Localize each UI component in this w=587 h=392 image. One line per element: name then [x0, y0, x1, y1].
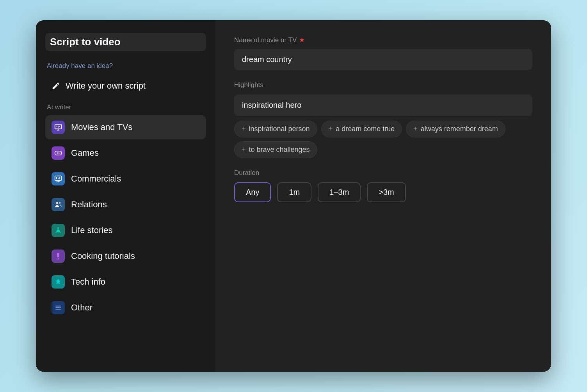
movies-tvs-label: Movies and TVs — [71, 122, 132, 132]
tech-info-icon — [52, 275, 65, 289]
write-own-script-item[interactable]: Write your own script — [45, 76, 206, 96]
nav-item-movies-tvs[interactable]: Movies and TVs — [45, 115, 206, 139]
chip-text-2: a dream come true — [336, 125, 395, 133]
highlight-chip-2[interactable]: + a dream come true — [321, 121, 402, 137]
other-icon — [52, 301, 65, 314]
movies-tvs-icon — [52, 121, 65, 134]
duration-3m-plus-button[interactable]: >3m — [367, 182, 406, 202]
main-content: Name of movie or TV ★ Highlights + inspi… — [215, 20, 551, 372]
chip-text-4: to brave challenges — [249, 146, 310, 154]
nav-item-games[interactable]: Games — [45, 141, 206, 165]
nav-item-life-stories[interactable]: Life stories — [45, 218, 206, 242]
svg-line-20 — [60, 232, 60, 233]
commercials-label: Commercials — [71, 174, 121, 184]
chip-plus-icon-3: + — [413, 125, 418, 133]
nav-item-tech-info[interactable]: Tech info — [45, 270, 206, 294]
write-own-label: Write your own script — [66, 81, 146, 91]
nav-item-other[interactable]: Other — [45, 296, 206, 320]
svg-rect-13 — [56, 177, 57, 179]
games-icon — [52, 146, 65, 160]
svg-rect-15 — [59, 177, 60, 179]
relations-label: Relations — [71, 200, 107, 210]
duration-label: Duration — [234, 169, 532, 177]
svg-point-18 — [57, 227, 59, 229]
highlight-chips-container: + inspirational person + a dream come tr… — [234, 121, 532, 158]
life-stories-label: Life stories — [71, 225, 112, 235]
svg-point-16 — [56, 202, 58, 204]
highlights-main-input[interactable] — [234, 94, 532, 116]
svg-rect-14 — [58, 178, 59, 179]
tech-info-label: Tech info — [71, 277, 105, 287]
cooking-label: Cooking tutorials — [71, 251, 135, 261]
ai-writer-label: AI writer — [45, 103, 206, 111]
nav-item-relations[interactable]: Relations — [45, 192, 206, 217]
chip-plus-icon-1: + — [242, 125, 246, 133]
svg-point-9 — [59, 153, 60, 154]
relations-icon — [52, 198, 65, 211]
chip-plus-icon-4: + — [242, 146, 246, 154]
life-stories-icon — [52, 224, 65, 237]
required-star: ★ — [299, 36, 305, 44]
other-label: Other — [71, 303, 92, 313]
sidebar: Script to video Already have an idea? Wr… — [36, 20, 215, 372]
chip-plus-icon-2: + — [329, 125, 333, 133]
nav-item-commercials[interactable]: Commercials — [45, 167, 206, 191]
chip-text-3: always remember dream — [421, 125, 498, 133]
games-label: Games — [71, 148, 99, 158]
chip-text-1: inspirational person — [249, 125, 310, 133]
highlight-chip-1[interactable]: + inspirational person — [234, 121, 317, 137]
sidebar-title: Script to video — [45, 33, 206, 51]
commercials-icon — [52, 172, 65, 185]
svg-point-17 — [59, 202, 60, 204]
movie-name-input[interactable] — [234, 49, 532, 70]
duration-any-button[interactable]: Any — [234, 182, 271, 202]
cooking-icon — [52, 249, 65, 263]
duration-buttons: Any 1m 1–3m >3m — [234, 182, 532, 202]
duration-1m-button[interactable]: 1m — [277, 182, 311, 202]
highlight-chip-3[interactable]: + always remember dream — [406, 121, 505, 137]
svg-line-19 — [56, 232, 57, 233]
highlight-chip-4[interactable]: + to brave challenges — [234, 141, 317, 158]
idea-section-label: Already have an idea? — [45, 62, 206, 70]
movie-name-field-label: Name of movie or TV ★ — [234, 36, 532, 44]
nav-item-cooking-tutorials[interactable]: Cooking tutorials — [45, 244, 206, 268]
app-window: Script to video Already have an idea? Wr… — [36, 20, 551, 372]
highlights-label: Highlights — [234, 81, 532, 89]
pencil-icon — [52, 82, 60, 90]
duration-1-3m-button[interactable]: 1–3m — [318, 182, 361, 202]
